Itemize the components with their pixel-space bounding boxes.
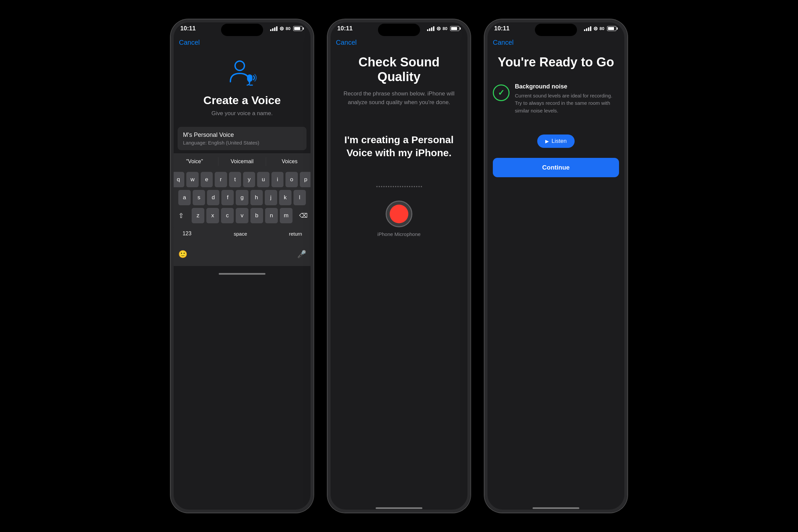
home-indicator-3 [485,500,627,512]
bg-noise-card: ✓ Background noise Current sound levels … [493,83,619,115]
dynamic-island-1 [221,24,263,36]
key-h[interactable]: h [250,190,263,205]
key-123[interactable]: 123 [174,226,200,241]
screen3-body: You're Ready to Go ✓ Background noise Cu… [485,49,627,500]
status-bar-2: 10:11 ⊜ 80 [328,20,470,35]
phone-3: 10:11 ⊜ 80 [484,19,628,513]
key-g[interactable]: g [236,190,248,205]
record-inner [390,205,408,223]
status-time-1: 10:11 [180,25,196,32]
screen-1: 10:11 ⊜ 80 [171,20,313,512]
person-mic-icon [227,58,257,89]
waveform-area [328,186,470,187]
key-j[interactable]: j [265,190,277,205]
cancel-button-3[interactable]: Cancel [485,35,627,49]
key-m[interactable]: m [280,208,293,223]
mic-label: iPhone Microphone [377,231,420,237]
battery-text-3: 80 [600,26,604,31]
key-d[interactable]: d [207,190,219,205]
key-u[interactable]: u [257,172,269,187]
autocorrect-item-2[interactable]: Voices [266,157,313,166]
key-q[interactable]: q [172,172,184,187]
home-bar-1 [219,273,265,275]
screen2-subtitle: Record the phrase shown below. iPhone wi… [328,90,470,107]
kb-row-1: q w e r t y u i o p [172,172,312,187]
key-c[interactable]: c [221,208,234,223]
phrase-text: I'm creating a Personal Voice with my iP… [328,133,470,159]
screen2-title: Check Sound Quality [328,55,470,84]
key-a[interactable]: a [178,190,191,205]
name-input-area[interactable]: M's Personal Voice Language: English (Un… [178,127,307,150]
cancel-button-1[interactable]: Cancel [171,35,313,49]
key-r[interactable]: r [215,172,227,187]
status-time-2: 10:11 [337,25,353,32]
key-e[interactable]: e [201,172,213,187]
key-n[interactable]: n [265,208,278,223]
battery-text-1: 80 [286,26,291,31]
wifi-icon-1: ⊜ [279,25,284,32]
key-o[interactable]: o [285,172,297,187]
key-s[interactable]: s [193,190,205,205]
screen2-body: Check Sound Quality Record the phrase sh… [328,49,470,500]
phone-1: 10:11 ⊜ 80 [170,19,314,513]
key-t[interactable]: t [229,172,241,187]
dynamic-island-2 [378,24,420,36]
wifi-icon-3: ⊜ [593,25,598,32]
mic-key[interactable]: 🎤 [294,247,309,262]
emoji-key[interactable]: 🙂 [175,247,190,262]
screen-2: 10:11 ⊜ 80 [328,20,470,512]
status-time-3: 10:11 [494,25,509,32]
key-v[interactable]: v [236,208,248,223]
voice-icon-area-1 [171,58,313,89]
key-f[interactable]: f [221,190,234,205]
status-icons-3: ⊜ 80 [584,25,618,32]
name-input-value[interactable]: M's Personal Voice [183,132,301,138]
kb-row-3: ⇧ z x c v b n m ⌫ [172,208,312,223]
battery-icon-1 [293,26,304,31]
bg-noise-title: Background noise [515,83,619,90]
svg-rect-1 [247,74,253,82]
key-l[interactable]: l [294,190,306,205]
bg-noise-text-block: Background noise Current sound levels ar… [515,83,619,115]
key-k[interactable]: k [279,190,292,205]
phones-container: 10:11 ⊜ 80 [170,19,628,513]
key-space[interactable]: space [207,226,274,241]
record-btn-area: iPhone Microphone [328,201,470,237]
battery-icon-2 [450,26,461,31]
key-i[interactable]: i [272,172,283,187]
dynamic-island-3 [535,24,577,36]
name-input-lang: Language: English (United States) [183,140,301,146]
bg-noise-description: Current sound levels are ideal for recor… [515,92,619,115]
play-icon: ▶ [545,138,549,144]
autocorrect-item-1[interactable]: Voicemail [218,157,266,166]
home-bar-2 [376,507,422,509]
screen3-title: You're Ready to Go [485,55,627,70]
cancel-button-2[interactable]: Cancel [328,35,470,49]
key-y[interactable]: y [243,172,255,187]
key-return[interactable]: return [280,226,311,241]
key-p[interactable]: p [300,172,312,187]
battery-text-2: 80 [443,26,447,31]
key-x[interactable]: x [206,208,219,223]
record-button[interactable] [386,201,412,227]
listen-label: Listen [552,138,567,145]
wifi-icon-2: ⊜ [437,25,441,32]
key-z[interactable]: z [192,208,204,223]
autocorrect-item-0[interactable]: "Voice" [171,157,218,166]
kb-row-2: a s d f g h j k l [172,190,312,205]
key-w[interactable]: w [186,172,198,187]
status-icons-2: ⊜ 80 [427,25,461,32]
home-indicator-1 [171,266,313,278]
status-bar-3: 10:11 ⊜ 80 [485,20,627,35]
check-circle: ✓ [493,84,509,101]
key-shift[interactable]: ⇧ [172,208,190,223]
home-bar-3 [533,507,579,509]
screen-3: 10:11 ⊜ 80 [485,20,627,512]
signal-bars-3 [584,26,591,31]
key-backspace[interactable]: ⌫ [295,208,312,223]
key-b[interactable]: b [250,208,263,223]
listen-button[interactable]: ▶ Listen [537,134,575,148]
kb-extra-row: 🙂 🎤 [172,244,312,263]
svg-point-0 [235,61,244,71]
continue-button[interactable]: Continue [493,158,619,177]
